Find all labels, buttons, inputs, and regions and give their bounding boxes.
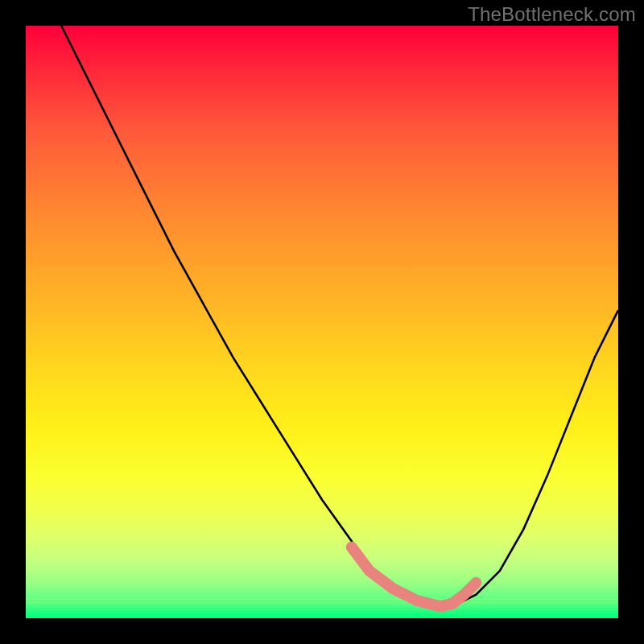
optimal-zone-bottom	[352, 547, 452, 607]
bottleneck-curve	[61, 26, 618, 606]
plot-area	[26, 26, 618, 618]
watermark-text: TheBottleneck.com	[468, 3, 636, 26]
curve-layer	[26, 26, 618, 618]
chart-frame: TheBottleneck.com	[0, 0, 644, 644]
optimal-zone-right	[452, 583, 476, 604]
